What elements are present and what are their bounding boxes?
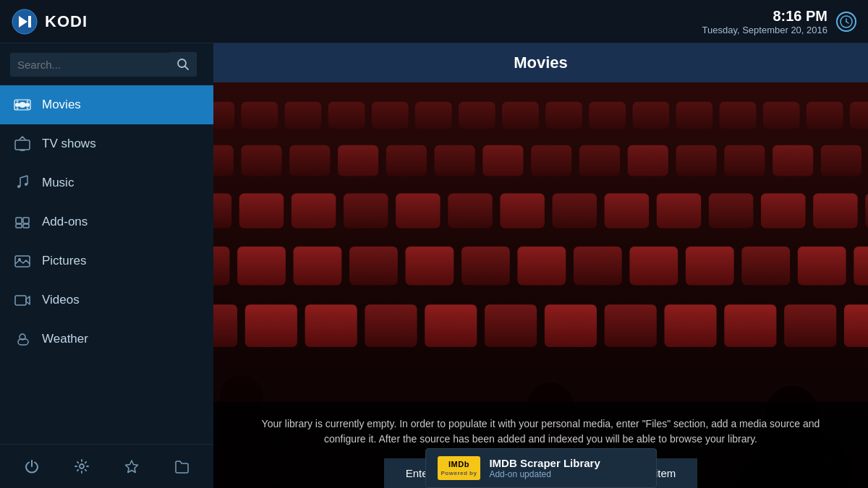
header-right: 8:16 PM Tuesday, September 20, 2016 (702, 8, 856, 35)
svg-rect-82 (761, 194, 805, 228)
sidebar-item-movies[interactable]: Movies (0, 85, 213, 124)
svg-rect-42 (459, 102, 495, 129)
notification-toast: IMDb Powered by IMDB Scraper Library Add… (425, 448, 657, 488)
search-icon (176, 58, 190, 71)
svg-rect-80 (657, 194, 701, 228)
svg-rect-98 (798, 247, 846, 285)
svg-rect-83 (813, 194, 857, 228)
svg-rect-84 (865, 194, 868, 228)
svg-rect-41 (415, 102, 452, 129)
svg-rect-38 (285, 102, 322, 129)
svg-point-12 (27, 100, 29, 103)
svg-rect-95 (629, 247, 678, 285)
svg-rect-55 (241, 145, 281, 176)
content-title: Movies (514, 53, 568, 72)
svg-point-10 (19, 102, 26, 108)
music-icon (13, 174, 32, 192)
sidebar-item-music[interactable]: Music (0, 163, 213, 202)
svg-rect-108 (545, 304, 597, 347)
svg-rect-90 (349, 247, 398, 285)
svg-rect-43 (502, 102, 539, 129)
tv-shows-label: TV shows (42, 137, 96, 151)
svg-rect-106 (425, 304, 477, 347)
toast-title: IMDB Scraper Library (489, 457, 600, 469)
videos-label: Videos (42, 293, 80, 307)
svg-rect-77 (500, 194, 544, 228)
svg-rect-99 (854, 247, 868, 285)
svg-rect-97 (741, 247, 790, 285)
movies-banner: Your library is currently empty. In orde… (213, 82, 868, 488)
svg-rect-51 (850, 102, 868, 129)
svg-rect-91 (406, 247, 454, 285)
svg-rect-37 (241, 102, 278, 129)
svg-rect-88 (237, 247, 286, 285)
svg-point-13 (17, 108, 19, 110)
nav-menu: Movies TV shows (0, 85, 213, 444)
svg-rect-63 (628, 145, 668, 176)
movies-label: Movies (42, 98, 81, 112)
time-display: 8:16 PM (702, 8, 827, 25)
svg-rect-64 (676, 145, 717, 176)
logo-area: KODI (12, 9, 88, 35)
svg-rect-89 (294, 247, 342, 285)
svg-rect-45 (589, 102, 626, 129)
svg-rect-49 (763, 102, 800, 129)
svg-rect-40 (372, 102, 409, 129)
main-layout: Movies TV shows (0, 43, 868, 488)
kodi-logo-icon (12, 9, 38, 35)
favorites-button[interactable] (120, 455, 143, 478)
svg-rect-61 (531, 145, 571, 176)
sidebar: Movies TV shows (0, 43, 213, 488)
power-button[interactable] (20, 455, 43, 478)
date-display: Tuesday, September 20, 2016 (702, 25, 827, 35)
clock-icon (836, 12, 856, 32)
sidebar-item-tv-shows[interactable]: TV shows (0, 124, 213, 163)
empty-library-message: Your library is currently empty. In orde… (242, 416, 839, 447)
svg-rect-76 (448, 194, 492, 228)
svg-rect-72 (239, 194, 284, 228)
app-title: KODI (45, 12, 88, 31)
search-input[interactable] (10, 53, 169, 77)
svg-rect-24 (16, 224, 22, 228)
svg-rect-60 (482, 145, 523, 176)
svg-rect-74 (344, 194, 388, 228)
svg-rect-107 (485, 304, 537, 347)
svg-rect-75 (396, 194, 440, 228)
movies-icon (13, 95, 32, 114)
svg-rect-25 (23, 224, 29, 228)
svg-rect-92 (461, 247, 510, 285)
svg-rect-56 (289, 145, 330, 176)
sidebar-item-addons[interactable]: Add-ons (0, 202, 213, 241)
svg-rect-2 (28, 16, 31, 27)
videos-icon (13, 291, 32, 309)
files-button[interactable] (170, 455, 193, 478)
sidebar-item-weather[interactable]: Weather (0, 320, 213, 359)
svg-rect-81 (709, 194, 753, 228)
svg-rect-44 (545, 102, 582, 129)
svg-rect-66 (773, 145, 813, 176)
search-button[interactable] (169, 52, 197, 77)
svg-rect-22 (16, 218, 22, 223)
svg-rect-39 (328, 102, 365, 129)
pictures-label: Pictures (42, 254, 86, 268)
tv-icon (13, 134, 32, 153)
svg-rect-46 (632, 102, 669, 129)
toast-subtitle: Add-on updated (489, 469, 600, 479)
svg-rect-87 (213, 247, 229, 285)
svg-line-5 (846, 22, 848, 23)
svg-rect-79 (605, 194, 649, 228)
svg-rect-112 (784, 304, 836, 347)
settings-button[interactable] (70, 455, 93, 478)
sidebar-item-pictures[interactable]: Pictures (0, 241, 213, 281)
weather-label: Weather (42, 332, 88, 346)
svg-rect-36 (213, 102, 234, 129)
theater-background: Your library is currently empty. In orde… (213, 82, 868, 488)
svg-rect-113 (844, 304, 868, 347)
svg-rect-48 (720, 102, 757, 129)
svg-rect-54 (213, 145, 234, 176)
sidebar-item-videos[interactable]: Videos (0, 281, 213, 320)
svg-rect-78 (553, 194, 597, 228)
svg-rect-104 (305, 304, 357, 347)
svg-rect-29 (15, 296, 26, 305)
svg-rect-16 (15, 140, 30, 150)
